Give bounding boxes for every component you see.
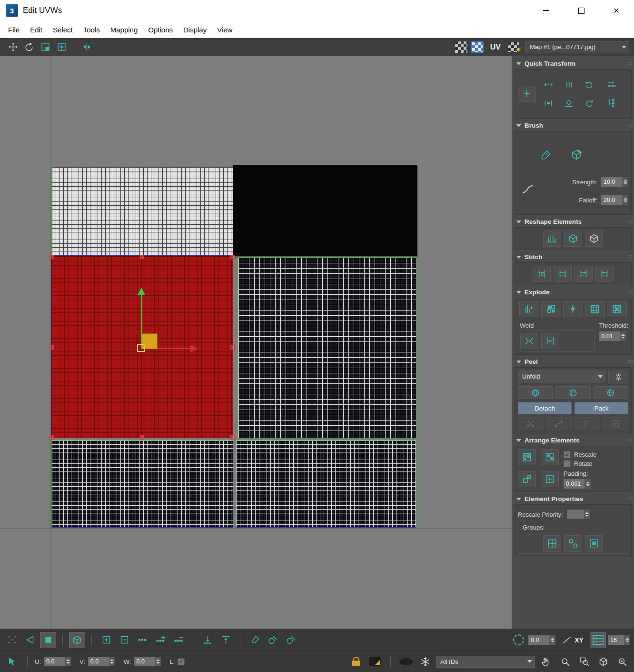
selection-handle[interactable] [50,345,54,350]
expand-to-seam-icon[interactable] [603,417,629,430]
menu-mapping[interactable]: Mapping [105,26,143,34]
padding-value[interactable]: 0.001 [564,479,584,489]
show-active-map-icon[interactable] [469,40,485,55]
rollout-header-peel[interactable]: Peel [515,356,632,367]
panel-grip-icon[interactable] [628,62,629,63]
panel-grip-icon[interactable] [628,360,629,361]
uv-element-top-left[interactable] [51,167,233,256]
menu-options[interactable]: Options [143,26,178,34]
rotate-90-cw-icon[interactable] [580,95,598,111]
mirror-tool-icon[interactable] [79,40,95,55]
threshold-spinner[interactable]: 0.01 [599,331,626,341]
relax-brush-icon[interactable] [567,147,585,163]
weld-all-icon[interactable] [541,333,559,349]
polygon-mode-icon[interactable] [40,632,56,648]
panel-grip-icon[interactable] [628,291,629,291]
rollout-header-brush[interactable]: Brush [515,120,632,131]
rescale-priority-value[interactable] [567,510,584,519]
uv-editor-canvas[interactable] [0,56,512,629]
material-id-filter-select[interactable]: All IDs [436,656,535,668]
rotate-checkbox[interactable] [564,460,571,467]
rotation-angle-value[interactable]: 0.0 [528,635,549,645]
lock-selection-icon[interactable] [348,653,364,670]
map-select[interactable]: Map #1 (pe...07717.jpg) [525,41,629,53]
dropdown-arrow-icon[interactable] [595,375,605,378]
point-to-point-seam-icon[interactable] [546,417,572,430]
v-spinner[interactable]: 0.0 [88,657,115,666]
rescale-elements-icon[interactable] [518,471,536,487]
spinner-arrows-icon[interactable] [622,195,628,205]
filter-selected-faces-icon[interactable] [398,653,414,670]
close-button[interactable]: ✕ [599,0,634,21]
explode-to-material-ids-icon[interactable] [541,301,561,317]
u-value[interactable]: 0.0 [44,657,65,666]
straighten-selection-icon[interactable] [543,231,561,247]
falloff-value[interactable]: 20.0 [601,195,622,205]
grid-size-value[interactable]: 16 [608,635,624,645]
paint-deselect-brush-icon[interactable] [283,632,299,648]
brush-falloff-curve-icon[interactable] [519,181,537,197]
panel-grip-icon[interactable] [628,497,629,498]
spinner-arrows-icon[interactable] [624,635,630,645]
absolute-mode-cursor-icon[interactable] [4,653,20,670]
panel-grip-icon[interactable] [628,255,629,256]
menu-display[interactable]: Display [178,26,212,34]
edge-ring-grow-icon[interactable] [152,632,168,648]
realign-elements-icon[interactable] [541,471,559,487]
pack-normalize-icon[interactable] [518,449,536,465]
spinner-arrows-icon[interactable] [65,657,71,666]
peel-mode-icon[interactable] [555,386,590,399]
edit-seams-icon[interactable] [518,417,544,430]
spinner-arrows-icon[interactable] [549,635,555,645]
weld-selected-icon[interactable] [520,333,538,349]
v-value[interactable]: 0.0 [88,657,109,666]
pack-button[interactable]: Pack [575,402,628,414]
relax-icon[interactable] [585,231,603,247]
edge-ring-icon[interactable] [134,632,150,648]
linear-align-horizontal-icon[interactable] [602,77,622,92]
grow-selection-icon[interactable] [98,632,114,648]
move-tool-icon[interactable] [5,40,21,55]
padding-spinner[interactable]: 0.001 [564,479,591,489]
vertex-mode-icon[interactable] [4,632,20,648]
align-vertical-icon[interactable] [560,77,578,93]
dropdown-arrow-icon[interactable] [525,660,535,663]
falloff-spinner[interactable]: 20.0 [601,195,628,205]
uv-element-right[interactable] [238,257,416,439]
uv-element-bottom-right[interactable] [236,440,416,528]
ungroup-elements-icon[interactable] [564,535,582,552]
rotate-90-ccw-icon[interactable] [580,77,598,93]
paint-move-brush-icon[interactable] [537,147,555,163]
loop-grow-icon[interactable] [199,632,216,648]
rollout-header-reshape[interactable]: Reshape Elements [515,216,632,227]
rollout-header-explode[interactable]: Explode [515,287,632,298]
flatten-mapping-icon[interactable] [585,301,605,317]
texture-display-options-icon[interactable] [505,40,522,55]
preview-end-result-icon[interactable] [367,653,383,670]
menu-file[interactable]: File [3,26,25,34]
uv-element-bottom-left[interactable] [51,440,233,528]
stitch-custom-icon[interactable] [533,266,551,282]
selection-handle[interactable] [230,345,235,350]
linear-align-vertical-icon[interactable] [602,95,622,110]
selection-handle[interactable] [50,435,54,440]
falloff-space-button[interactable]: XY [557,632,588,648]
selection-handle[interactable] [230,435,235,440]
u-spinner[interactable]: 0.0 [44,657,71,666]
panel-grip-icon[interactable] [628,439,629,440]
grid-size-spinner[interactable]: 16 [608,635,630,645]
zoom-region-icon[interactable] [576,653,592,670]
spinner-arrows-icon[interactable] [155,657,161,666]
relax-until-flat-icon[interactable] [564,231,582,247]
rollout-header-element-properties[interactable]: Element Properties [515,493,632,504]
spinner-arrows-icon[interactable] [109,657,115,666]
gizmo-origin-handle[interactable] [137,344,145,352]
freeform-mode-icon[interactable] [53,40,69,55]
move-selected-icon[interactable] [518,86,536,102]
peel-mode-select[interactable]: Unfold [518,371,605,382]
stitch-to-source-icon[interactable] [575,266,593,282]
rollout-header-arrange[interactable]: Arrange Elements [515,435,632,446]
rotation-angle-spinner[interactable]: 0.0 [528,635,555,645]
show-checker-map-icon[interactable] [453,40,469,55]
minimize-button[interactable] [528,0,564,21]
